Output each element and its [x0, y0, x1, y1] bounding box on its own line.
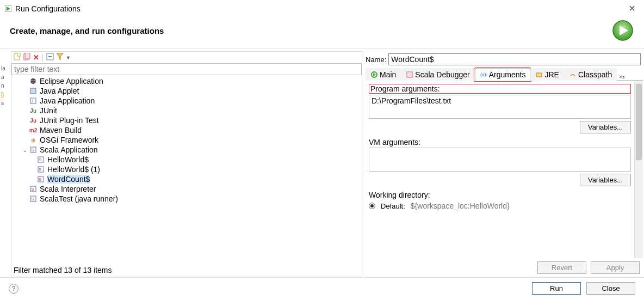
svg-text:S: S [31, 187, 34, 192]
svg-text:S: S [39, 177, 41, 182]
svg-text:S: S [39, 157, 41, 162]
chevron-down-icon[interactable]: ⌄ [21, 147, 29, 153]
vm-args-label: VM arguments: [369, 138, 631, 147]
close-button[interactable]: Close [586, 282, 635, 295]
tree-item-scala-interpreter[interactable]: SScala Interpreter [11, 184, 362, 194]
run-config-icon [4, 5, 12, 13]
tree-item-wordcount[interactable]: SWordCount$ [11, 174, 362, 184]
classpath-icon [569, 71, 577, 78]
junit-icon: Jᴜ [29, 107, 38, 114]
revert-apply-row: Revert Apply [366, 258, 643, 277]
default-label: Default: [381, 202, 405, 210]
svg-rect-13 [30, 88, 36, 94]
debugger-icon [406, 71, 413, 78]
run-circle-icon [611, 19, 634, 42]
tabs-overflow[interactable]: »₃ [619, 73, 624, 80]
new-config-icon[interactable] [14, 53, 21, 62]
tab-jre[interactable]: JRE [530, 68, 564, 81]
eclipse-icon [29, 77, 38, 85]
svg-text:S: S [39, 167, 41, 172]
working-dir-label: Working directory: [369, 191, 631, 199]
program-args-input[interactable] [369, 95, 631, 119]
svg-text:(x)=: (x)= [480, 72, 487, 77]
tabs-row: Main Scala Debugger (x)=Arguments JRE Cl… [366, 68, 643, 81]
working-dir-default-row: Default: ${workspace_loc:HelloWorld} [369, 202, 631, 210]
tree-item-scalatest[interactable]: SScalaTest (java runner) [11, 194, 362, 204]
page-title: Create, manage, and run configurations [10, 26, 164, 35]
osgi-icon: ⊕ [29, 136, 38, 144]
scala-icon: S [36, 156, 45, 163]
program-variables-button[interactable]: Variables... [580, 121, 631, 133]
right-panel: Name: Main Scala Debugger (x)=Arguments … [366, 51, 643, 277]
name-label: Name: [366, 56, 386, 64]
toolbar-sep [42, 54, 43, 62]
delete-config-icon[interactable]: ✕ [33, 53, 39, 62]
apply-button[interactable]: Apply [591, 261, 640, 274]
main-icon [370, 71, 378, 78]
header: Create, manage, and run configurations [0, 16, 644, 48]
arguments-tab-body: Program arguments: Variables... VM argum… [366, 81, 634, 258]
copy-config-icon[interactable] [23, 53, 31, 62]
default-radio[interactable] [369, 203, 375, 209]
left-toolbar: ✕ ▼ [11, 52, 362, 63]
svg-rect-7 [25, 53, 30, 59]
tree-item-junit[interactable]: JᴜJUnit [11, 106, 362, 115]
maven-icon: m2 [29, 126, 38, 134]
config-tree[interactable]: Eclipse Application Java Applet JJava Ap… [11, 75, 362, 265]
run-button[interactable]: Run [532, 282, 581, 295]
dropdown-icon[interactable]: ▼ [66, 55, 71, 60]
name-row: Name: [366, 51, 643, 68]
filter-status: Filter matched 13 of 13 items [11, 265, 362, 277]
tree-item-osgi[interactable]: ⊕OSGi Framework [11, 135, 362, 145]
svg-marker-10 [57, 53, 63, 60]
left-rail-fragment: la a n [j s [0, 51, 10, 277]
scala-icon: S [29, 195, 38, 203]
tree-item-maven[interactable]: m2Maven Build [11, 125, 362, 135]
rail-fragment-icon: [j [1, 91, 9, 99]
name-input[interactable] [388, 53, 641, 65]
help-icon[interactable]: ? [9, 284, 18, 294]
svg-point-11 [30, 78, 36, 84]
tab-classpath[interactable]: Classpath [564, 68, 617, 81]
program-args-label: Program arguments: [369, 84, 631, 94]
filter-input[interactable] [11, 63, 362, 75]
collapse-all-icon[interactable] [46, 53, 54, 62]
scala-icon: S [36, 166, 45, 173]
tab-arguments[interactable]: (x)=Arguments [475, 68, 531, 81]
scrollbar-thumb[interactable] [636, 84, 642, 160]
run-configurations-window: Run Configurations × Create, manage, and… [0, 0, 644, 299]
vm-args-input[interactable] [369, 148, 631, 172]
svg-text:S: S [31, 197, 34, 202]
scala-icon: S [29, 146, 38, 154]
tab-scala-debugger[interactable]: Scala Debugger [401, 68, 474, 81]
arguments-icon: (x)= [480, 71, 487, 78]
rail-fragment-icon: n [1, 83, 9, 90]
tree-item-helloworld[interactable]: SHelloWorld$ [11, 155, 362, 164]
vm-variables-button[interactable]: Variables... [580, 174, 631, 186]
tree-item-java-app[interactable]: JJava Application [11, 96, 362, 106]
body: la a n [j s ✕ ▼ Eclipse Application Java… [0, 49, 644, 277]
svg-marker-29 [373, 73, 376, 76]
footer: ? Run Close [0, 277, 644, 299]
filter-icon[interactable] [56, 53, 64, 62]
java-icon: J [29, 97, 38, 105]
svg-text:S: S [31, 148, 34, 152]
jre-icon [535, 71, 543, 78]
vertical-scrollbar[interactable] [634, 81, 643, 258]
close-icon[interactable]: × [624, 2, 640, 15]
tree-item-scala-app[interactable]: ⌄SScala Application [11, 145, 362, 155]
junit-icon: Jᴜ [29, 117, 38, 124]
scala-icon: S [36, 175, 45, 183]
tree-item-java-applet[interactable]: Java Applet [11, 86, 362, 96]
tree-item-junit-plugin[interactable]: JᴜJUnit Plug-in Test [11, 115, 362, 125]
default-value: ${workspace_loc:HelloWorld} [411, 202, 510, 210]
tab-main[interactable]: Main [366, 68, 401, 81]
applet-icon [29, 87, 38, 95]
svg-rect-5 [17, 53, 21, 56]
svg-text:J: J [31, 99, 33, 103]
revert-button[interactable]: Revert [537, 261, 586, 274]
svg-rect-32 [536, 73, 542, 77]
tree-item-helloworld-1[interactable]: SHelloWorld$ (1) [11, 164, 362, 174]
tree-item-eclipse-app[interactable]: Eclipse Application [11, 76, 362, 86]
svg-rect-30 [407, 72, 412, 77]
